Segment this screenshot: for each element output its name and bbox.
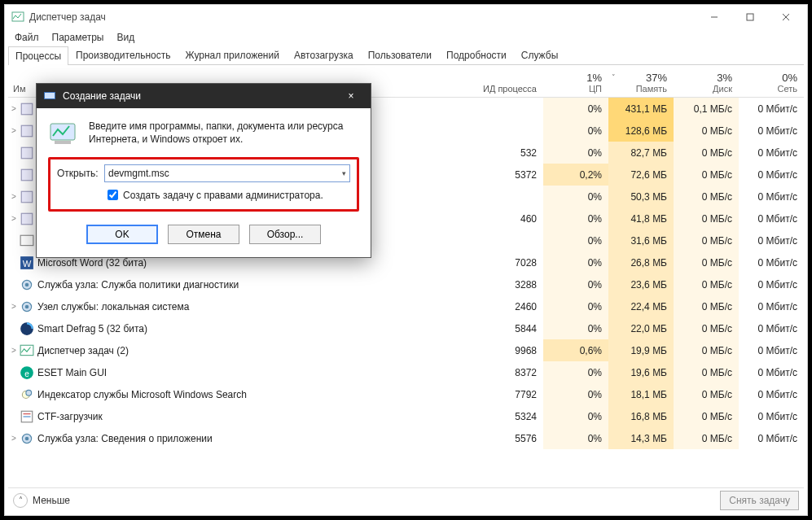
tab-processes[interactable]: Процессы — [8, 46, 68, 65]
process-icon — [20, 410, 34, 423]
fewer-details-link[interactable]: Меньше — [33, 495, 720, 506]
table-row[interactable]: Smart Defrag 5 (32 бита)58440%22,0 МБ0 М… — [8, 317, 804, 339]
disk-cell: 0 МБ/с — [674, 427, 739, 449]
admin-checkbox-row[interactable]: Создать задачу с правами администратора. — [57, 187, 350, 203]
tab-app-history[interactable]: Журнал приложений — [178, 46, 287, 64]
net-cell: 0 Мбит/с — [739, 427, 804, 449]
table-row[interactable]: >Диспетчер задач (2)99680,6%19,9 МБ0 МБ/… — [8, 339, 804, 361]
expand-icon[interactable]: > — [8, 104, 20, 113]
admin-label: Создать задачу с правами администратора. — [123, 190, 323, 201]
disk-cell: 0 МБ/с — [674, 142, 739, 164]
disk-cell: 0 МБ/с — [674, 251, 739, 273]
table-row[interactable]: >Узел службы: локальная система24600%22,… — [8, 295, 804, 317]
cpu-cell: 0% — [543, 229, 608, 251]
col-memory[interactable]: ˅ 37% Память — [608, 68, 674, 97]
expand-icon[interactable]: > — [8, 346, 20, 355]
disk-cell: 0 МБ/с — [674, 120, 739, 142]
col-pid[interactable]: ИД процесса — [470, 81, 543, 97]
mem-cell: 16,8 МБ — [608, 405, 674, 427]
net-cell: 0 Мбит/с — [739, 383, 804, 405]
dialog-title: Создание задачи — [63, 90, 338, 102]
run-title-icon — [43, 90, 56, 103]
tab-users[interactable]: Пользователи — [361, 46, 439, 64]
col-disk[interactable]: 3% Диск — [674, 68, 739, 97]
col-cpu[interactable]: 1% ЦП — [543, 68, 608, 97]
tab-startup[interactable]: Автозагрузка — [287, 46, 361, 64]
process-name: ESET Main GUI — [37, 367, 470, 378]
ok-button[interactable]: OK — [86, 225, 158, 244]
cpu-cell: 0% — [543, 186, 608, 208]
menu-file[interactable]: Файл — [8, 30, 46, 45]
run-dialog: Создание задачи × Введите имя программы,… — [36, 83, 371, 258]
window-title: Диспетчер задач — [29, 11, 696, 23]
mem-cell: 431,1 МБ — [608, 98, 674, 120]
menubar: Файл Параметры Вид — [5, 29, 807, 46]
svg-rect-9 — [21, 191, 33, 203]
net-cell: 0 Мбит/с — [739, 339, 804, 361]
open-label: Открыть: — [57, 168, 104, 179]
process-pid: 460 — [470, 213, 543, 225]
mem-cell: 19,9 МБ — [608, 339, 674, 361]
process-icon — [20, 278, 34, 291]
svg-rect-19 — [20, 345, 33, 355]
process-icon — [20, 103, 34, 116]
table-row[interactable]: Индексатор службы Microsoft Windows Sear… — [8, 383, 804, 405]
disk-cell: 0 МБ/с — [674, 339, 739, 361]
fewer-details-icon[interactable]: ˄ — [13, 493, 28, 508]
table-row[interactable]: CTF-загрузчик53240%16,8 МБ0 МБ/с0 Мбит/с — [8, 405, 804, 427]
expand-icon[interactable]: > — [8, 434, 20, 443]
menu-view[interactable]: Вид — [110, 30, 141, 45]
process-icon — [20, 234, 34, 247]
end-task-button[interactable]: Снять задачу — [720, 491, 799, 510]
svg-rect-2 — [747, 14, 753, 20]
expand-icon[interactable]: > — [8, 214, 20, 223]
svg-point-23 — [26, 390, 32, 395]
net-cell: 0 Мбит/с — [739, 120, 804, 142]
table-row[interactable]: >Служба узла: Сведения о приложении55760… — [8, 427, 804, 449]
close-button[interactable] — [768, 6, 804, 28]
net-cell: 0 Мбит/с — [739, 361, 804, 383]
expand-icon[interactable]: > — [8, 126, 20, 135]
tab-services[interactable]: Службы — [514, 46, 565, 64]
cpu-cell: 0% — [543, 251, 608, 273]
process-icon — [20, 190, 34, 203]
browse-button[interactable]: Обзор... — [249, 225, 321, 244]
cancel-button[interactable]: Отмена — [168, 225, 239, 244]
admin-checkbox[interactable] — [108, 190, 118, 200]
disk-cell: 0 МБ/с — [674, 405, 739, 427]
svg-text:W: W — [23, 258, 32, 268]
tab-details[interactable]: Подробности — [439, 46, 514, 64]
expand-icon[interactable]: > — [8, 302, 20, 311]
process-icon — [20, 344, 34, 357]
maximize-button[interactable] — [732, 6, 768, 28]
mem-cell: 22,0 МБ — [608, 317, 674, 339]
net-cell: 0 Мбит/с — [739, 98, 804, 120]
process-name: Smart Defrag 5 (32 бита) — [37, 323, 470, 334]
svg-point-17 — [25, 304, 29, 308]
minimize-button[interactable] — [696, 6, 732, 28]
col-net[interactable]: 0% Сеть — [739, 68, 804, 97]
cpu-cell: 0% — [543, 383, 608, 405]
mem-cell: 31,6 МБ — [608, 229, 674, 251]
cpu-cell: 0% — [543, 120, 608, 142]
table-row[interactable]: eESET Main GUI83720%19,6 МБ0 МБ/с0 Мбит/… — [8, 361, 804, 383]
table-row[interactable]: Служба узла: Служба политики диагностики… — [8, 273, 804, 295]
process-icon — [20, 212, 34, 225]
dropdown-icon[interactable]: ▾ — [342, 169, 346, 177]
cpu-cell: 0% — [543, 295, 608, 317]
mem-cell: 22,4 МБ — [608, 295, 674, 317]
menu-options[interactable]: Параметры — [46, 30, 111, 45]
open-combobox[interactable]: devmgmt.msc ▾ — [104, 164, 350, 182]
dialog-close-button[interactable]: × — [338, 90, 364, 102]
mem-cell: 23,6 МБ — [608, 273, 674, 295]
process-pid: 9968 — [470, 345, 543, 356]
process-pid: 532 — [470, 147, 543, 159]
svg-rect-10 — [21, 213, 33, 225]
tab-performance[interactable]: Производительность — [68, 46, 178, 64]
process-pid: 5324 — [470, 411, 543, 422]
process-icon — [20, 146, 34, 159]
mem-cell: 50,3 МБ — [608, 186, 674, 208]
expand-icon[interactable]: > — [8, 192, 20, 201]
process-icon — [20, 125, 34, 138]
mem-cell: 18,1 МБ — [608, 383, 674, 405]
